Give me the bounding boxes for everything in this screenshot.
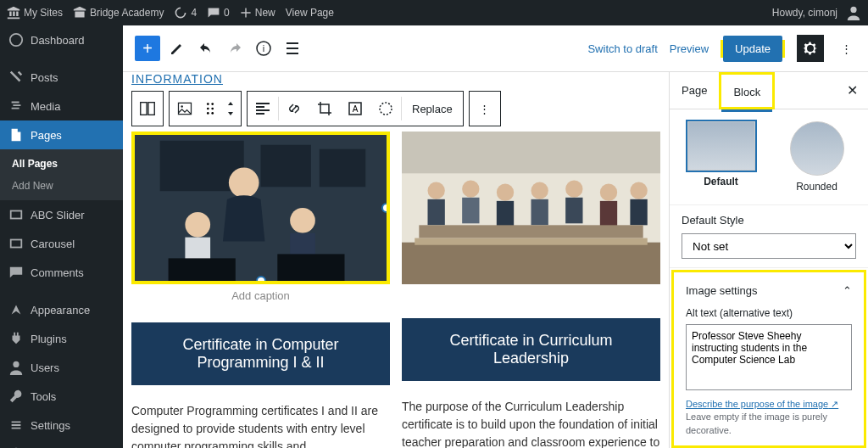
block-more-button[interactable]: ⋮ [470, 92, 500, 126]
alt-text-input[interactable]: Professor Steve Sheehy instructing stude… [686, 324, 852, 390]
menu-dashboard[interactable]: Dashboard [0, 25, 123, 54]
block-toolbar: A Replace ⋮ [131, 91, 660, 126]
view-page-link[interactable]: View Page [286, 7, 334, 19]
svg-rect-9 [147, 103, 153, 115]
menu-settings[interactable]: Settings [0, 411, 123, 440]
svg-rect-42 [531, 199, 548, 226]
duotone-button[interactable] [370, 92, 401, 126]
menu-abc-slider[interactable]: ABC Slider [0, 200, 123, 229]
alt-help-link[interactable]: Describe the purpose of the image ↗ [686, 399, 838, 409]
menu-users[interactable]: Users [0, 353, 123, 382]
info-link[interactable]: INFORMATION [131, 72, 223, 86]
svg-point-39 [497, 184, 514, 201]
block-styles: Default Rounded [670, 109, 868, 205]
default-style-select[interactable]: Not set [682, 233, 856, 259]
menu-tools[interactable]: Tools [0, 382, 123, 411]
menu-media[interactable]: Media [0, 92, 123, 120]
text-overlay-button[interactable]: A [340, 92, 370, 126]
svg-rect-40 [497, 201, 514, 227]
menu-carousel[interactable]: Carousel [0, 229, 123, 258]
undo-button[interactable] [194, 36, 218, 60]
resize-handle-right[interactable] [381, 203, 390, 213]
menu-appearance[interactable]: Appearance [0, 295, 123, 324]
svg-rect-46 [600, 201, 617, 227]
settings-panel: Page Block ✕ Default Rounded Default Sty… [669, 72, 868, 448]
cert-box-1[interactable]: Certificate in ComputerProgramming I & I… [131, 322, 390, 385]
resize-handle-bottom[interactable] [256, 276, 266, 284]
alt-text-label: Alt text (alternative text) [686, 307, 852, 319]
info-button[interactable]: i [252, 36, 275, 60]
collapse-menu[interactable]: Collapse menu [0, 440, 123, 448]
body-text-2[interactable]: The purpose of the Curriculum Leadership… [402, 398, 660, 448]
svg-point-45 [600, 184, 617, 201]
drag-handle-icon[interactable] [200, 92, 220, 126]
crop-button[interactable] [309, 92, 340, 126]
outline-button[interactable] [281, 36, 304, 60]
svg-point-12 [206, 103, 209, 105]
svg-rect-33 [402, 132, 660, 173]
default-style-label: Default Style [682, 214, 856, 227]
move-arrows-icon[interactable] [220, 92, 241, 126]
svg-rect-30 [169, 258, 236, 281]
caption-input[interactable]: Add caption [131, 284, 390, 307]
redo-button[interactable] [223, 36, 247, 60]
tab-block[interactable]: Block [721, 75, 772, 112]
svg-point-11 [181, 105, 183, 108]
svg-point-25 [229, 167, 259, 198]
update-button[interactable]: Update [723, 36, 782, 62]
site-name-link[interactable]: Bridge Academy [73, 6, 164, 20]
svg-rect-34 [402, 243, 660, 284]
cert-box-2[interactable]: Certificate in CurriculumLeadership [402, 318, 660, 381]
body-text-1[interactable]: Computer Programming certificates I and … [131, 402, 390, 448]
svg-point-20 [380, 103, 392, 115]
more-button[interactable]: ⋮ [836, 35, 856, 62]
editor-canvas[interactable]: INFORMATION A [123, 72, 669, 448]
image-settings-section: Image settings⌃ Alt text (alternative te… [671, 270, 866, 448]
edit-mode-button[interactable] [165, 36, 189, 60]
replace-button[interactable]: Replace [402, 103, 463, 115]
close-icon[interactable]: ✕ [837, 82, 868, 98]
link-button[interactable] [279, 92, 309, 126]
image-block-selected[interactable] [131, 132, 390, 284]
menu-posts[interactable]: Posts [0, 63, 123, 92]
style-rounded[interactable]: Rounded [777, 121, 856, 193]
align-button[interactable] [248, 92, 278, 126]
editor-toolbar: + i Switch to draft Preview Update ⋮ [123, 25, 868, 72]
menu-pages[interactable]: Pages [0, 120, 123, 149]
settings-button[interactable] [797, 35, 824, 62]
image-icon[interactable] [170, 92, 200, 126]
alt-help-text: Describe the purpose of the image ↗ Leav… [686, 398, 852, 437]
svg-rect-23 [261, 145, 311, 188]
svg-point-26 [185, 212, 210, 238]
preview-link[interactable]: Preview [670, 42, 709, 55]
image-settings-toggle[interactable]: Image settings⌃ [686, 281, 852, 300]
menu-plugins[interactable]: Plugins [0, 324, 123, 353]
block-type-button[interactable] [132, 92, 163, 126]
admin-bar: My Sites Bridge Academy 4 0 New View Pag… [0, 0, 868, 25]
tab-page[interactable]: Page [670, 72, 719, 109]
editor: + i Switch to draft Preview Update ⋮ INF… [123, 25, 868, 448]
add-block-button[interactable]: + [135, 36, 160, 61]
svg-rect-31 [277, 254, 344, 281]
svg-point-41 [531, 182, 548, 199]
style-default[interactable]: Default [682, 121, 760, 193]
updates-link[interactable]: 4 [174, 6, 197, 20]
svg-point-13 [211, 103, 214, 105]
comments-link[interactable]: 0 [207, 6, 230, 20]
svg-point-0 [850, 7, 856, 13]
svg-point-28 [290, 208, 315, 233]
svg-text:A: A [352, 104, 358, 114]
switch-draft-link[interactable]: Switch to draft [587, 42, 657, 55]
svg-rect-24 [320, 149, 365, 188]
svg-text:i: i [263, 43, 264, 53]
my-sites-link[interactable]: My Sites [7, 6, 63, 20]
image-block-2[interactable] [402, 132, 660, 284]
submenu-add-new[interactable]: Add New [0, 175, 123, 197]
new-link[interactable]: New [240, 7, 275, 19]
howdy-link[interactable]: Howdy, cimonj [772, 5, 861, 20]
update-highlight: Update [721, 40, 785, 58]
svg-rect-3 [11, 240, 22, 248]
svg-rect-2 [11, 211, 22, 219]
menu-comments[interactable]: Comments [0, 258, 123, 287]
submenu-all-pages[interactable]: All Pages [0, 153, 123, 175]
